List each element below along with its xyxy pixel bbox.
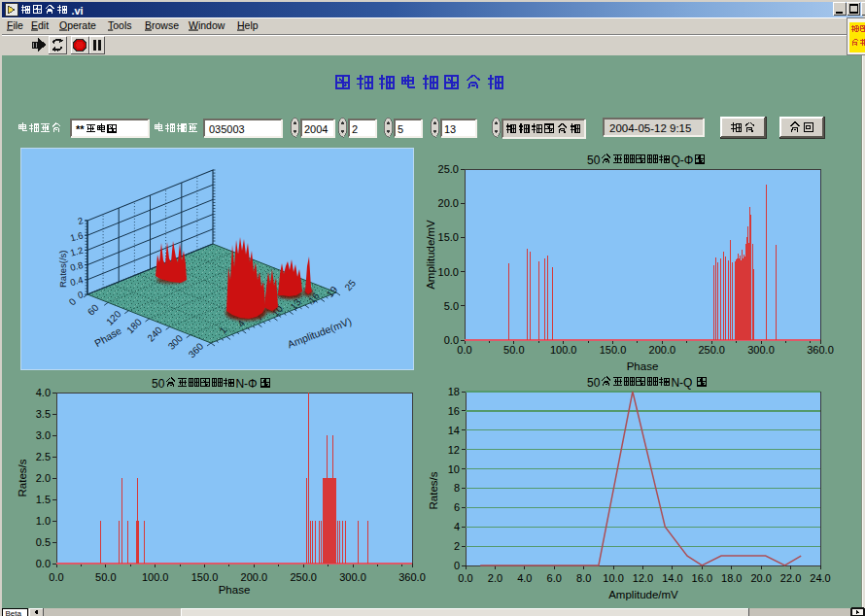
svg-text:15.0: 15.0: [438, 231, 459, 243]
svg-text:N-Q: N-Q: [671, 376, 692, 390]
svg-text:10.0: 10.0: [438, 266, 459, 278]
svg-text:Amplitude/mV: Amplitude/mV: [425, 220, 436, 290]
svg-text:10.0: 10.0: [603, 572, 623, 584]
svg-text:0.5: 0.5: [36, 536, 51, 548]
svg-text:360.0: 360.0: [398, 571, 426, 583]
svg-text:10: 10: [448, 463, 460, 475]
svg-text:14: 14: [448, 425, 460, 436]
svg-text:22.0: 22.0: [780, 572, 801, 584]
svg-text:24.0: 24.0: [810, 572, 830, 584]
svg-text:300.0: 300.0: [747, 344, 775, 356]
svg-text:25.0: 25.0: [438, 163, 459, 175]
svg-text:200.0: 200.0: [241, 571, 268, 583]
svg-text:1.5: 1.5: [36, 494, 51, 505]
svg-text:16.0: 16.0: [692, 572, 712, 584]
svg-text:0.0: 0.0: [457, 344, 471, 356]
svg-text:**: **: [76, 123, 85, 135]
svg-text:8.0: 8.0: [576, 572, 591, 584]
svg-text:6.0: 6.0: [547, 572, 562, 584]
svg-text:2: 2: [454, 540, 460, 552]
svg-text:6: 6: [454, 501, 460, 513]
svg-text:50: 50: [587, 376, 601, 390]
svg-text:Operate: Operate: [59, 19, 96, 31]
svg-text:2: 2: [352, 123, 358, 135]
svg-text:50: 50: [587, 154, 601, 167]
svg-text:5.0: 5.0: [444, 300, 459, 312]
svg-text:18: 18: [448, 386, 460, 397]
svg-text:2004: 2004: [304, 123, 328, 135]
svg-text:13: 13: [444, 123, 456, 135]
svg-text:18.0: 18.0: [721, 572, 742, 584]
svg-text:1.0: 1.0: [36, 515, 51, 527]
svg-text:Amplitude/mV: Amplitude/mV: [608, 589, 678, 600]
svg-text:Phase: Phase: [627, 360, 659, 372]
svg-text:Tools: Tools: [108, 19, 132, 31]
svg-text:250.0: 250.0: [698, 344, 725, 356]
svg-text:250.0: 250.0: [290, 571, 317, 583]
svg-text:4.0: 4.0: [36, 387, 51, 398]
svg-text:50: 50: [152, 377, 165, 391]
svg-text:Phase: Phase: [219, 584, 251, 596]
svg-text:Window: Window: [189, 19, 225, 31]
svg-text:0.0: 0.0: [49, 571, 63, 583]
svg-text:4.0: 4.0: [517, 572, 532, 584]
svg-text:Q-Φ: Q-Φ: [671, 154, 693, 167]
svg-text:Rates/s: Rates/s: [17, 459, 28, 496]
svg-text:0.0: 0.0: [458, 572, 472, 584]
svg-text:Help: Help: [237, 19, 259, 31]
svg-text:2004-05-12 9:15: 2004-05-12 9:15: [609, 122, 691, 134]
svg-text:150.0: 150.0: [600, 344, 627, 356]
svg-text:File: File: [7, 19, 23, 31]
svg-text:0.0: 0.0: [36, 558, 51, 569]
svg-text:16: 16: [448, 405, 460, 417]
svg-text:Edit: Edit: [31, 19, 49, 31]
svg-text:0.0: 0.0: [444, 334, 459, 346]
svg-text:2.0: 2.0: [36, 472, 51, 484]
svg-text:Beta: Beta: [6, 609, 22, 616]
svg-text:100.0: 100.0: [142, 571, 169, 583]
svg-text:12: 12: [448, 444, 460, 456]
svg-text:200.0: 200.0: [649, 344, 676, 356]
svg-text:50.0: 50.0: [95, 571, 116, 583]
svg-text:.vi: .vi: [71, 5, 83, 17]
svg-text:2.0: 2.0: [488, 572, 502, 584]
svg-text:360.0: 360.0: [807, 344, 834, 356]
svg-text:20.0: 20.0: [750, 572, 771, 584]
svg-text:300.0: 300.0: [339, 571, 366, 583]
svg-text:0: 0: [454, 560, 460, 571]
svg-text:N-Φ: N-Φ: [235, 377, 257, 391]
svg-text:14.0: 14.0: [662, 572, 682, 584]
svg-text:Rates/s: Rates/s: [428, 471, 439, 509]
svg-text:50.0: 50.0: [503, 344, 524, 356]
svg-text:100.0: 100.0: [550, 344, 577, 356]
svg-text:2.5: 2.5: [36, 451, 51, 462]
svg-text:035003: 035003: [209, 123, 245, 135]
svg-text:3.5: 3.5: [36, 408, 51, 420]
svg-text:12.0: 12.0: [633, 572, 653, 584]
svg-text:20.0: 20.0: [438, 197, 459, 209]
svg-text:3.0: 3.0: [36, 429, 51, 441]
svg-text:5: 5: [398, 123, 403, 135]
svg-text:150.0: 150.0: [191, 571, 219, 583]
svg-text:8: 8: [454, 482, 460, 494]
svg-text:Browse: Browse: [145, 19, 179, 31]
svg-text:4: 4: [454, 521, 460, 532]
svg-text:Rates(/s): Rates(/s): [57, 250, 68, 288]
